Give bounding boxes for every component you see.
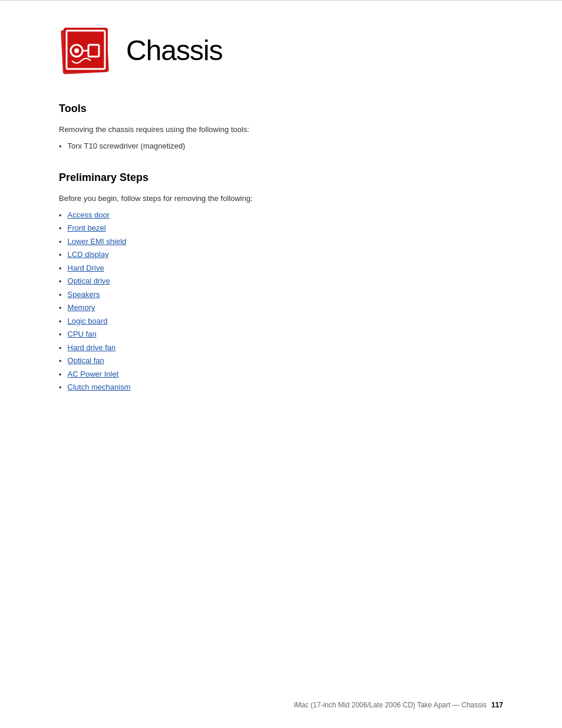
preliminary-section: Preliminary Steps Before you begin, foll… [59, 170, 503, 394]
footer-page: 117 [491, 700, 503, 710]
list-item: • Access door [59, 209, 503, 222]
link-clutch-mechanism[interactable]: Clutch mechanism [68, 381, 131, 393]
link-optical-fan[interactable]: Optical fan [68, 355, 104, 367]
chapter-title: Chassis [126, 29, 223, 72]
footer: iMac (17-inch Mid 2006/Late 2006 CD) Tak… [0, 700, 562, 710]
list-item: • AC Power Inlet [59, 368, 503, 381]
list-item: • Hard Drive [59, 262, 503, 275]
tools-section: Tools Removing the chassis requires usin… [59, 101, 503, 152]
svg-point-4 [74, 48, 79, 53]
page-container: Chassis Tools Removing the chassis requi… [0, 0, 562, 728]
link-memory[interactable]: Memory [68, 302, 95, 314]
bullet-dot: • [59, 223, 62, 235]
bullet-dot: • [59, 210, 62, 222]
link-ac-power-inlet[interactable]: AC Power Inlet [68, 368, 119, 380]
list-item: • Memory [59, 302, 503, 314]
link-logic-board[interactable]: Logic board [68, 315, 108, 327]
tools-item-text: Torx T10 screwdriver (magnetized) [68, 140, 186, 152]
header-section: Chassis [59, 24, 503, 77]
bullet-dot: • [59, 329, 62, 341]
link-hard-drive-fan[interactable]: Hard drive fan [68, 342, 116, 354]
bullet-dot: • [59, 263, 62, 275]
link-optical-drive[interactable]: Optical drive [68, 275, 110, 287]
content-area: Chassis Tools Removing the chassis requi… [0, 1, 562, 442]
tools-list: • Torx T10 screwdriver (magnetized) [59, 140, 503, 153]
bullet-dot: • [59, 316, 62, 328]
preliminary-heading: Preliminary Steps [59, 170, 503, 186]
link-lower-emi-shield[interactable]: Lower EMI shield [68, 236, 127, 248]
footer-label: iMac (17-inch Mid 2006/Late 2006 CD) Tak… [294, 700, 487, 710]
list-item: • Lower EMI shield [59, 236, 503, 248]
list-item: • Speakers [59, 289, 503, 301]
link-lcd-display[interactable]: LCD display [68, 249, 109, 261]
tools-list-item: • Torx T10 screwdriver (magnetized) [59, 140, 503, 153]
tools-heading: Tools [59, 101, 503, 117]
list-item: • Optical fan [59, 355, 503, 367]
list-item: • CPU fan [59, 328, 503, 341]
preliminary-intro: Before you begin, follow steps for remov… [59, 193, 503, 205]
link-hard-drive[interactable]: Hard Drive [68, 262, 104, 274]
bullet-dot: • [59, 355, 62, 367]
link-speakers[interactable]: Speakers [68, 289, 100, 301]
list-item: • Clutch mechanism [59, 381, 503, 394]
list-item: • Front bezel [59, 222, 503, 235]
bullet-dot: • [59, 382, 62, 394]
tools-intro: Removing the chassis requires using the … [59, 124, 503, 136]
link-access-door[interactable]: Access door [68, 209, 110, 221]
bullet-dot: • [59, 276, 62, 288]
list-item: • Optical drive [59, 275, 503, 288]
bullet-dot: • [59, 249, 62, 261]
chapter-icon [59, 24, 112, 77]
link-front-bezel[interactable]: Front bezel [68, 222, 106, 234]
bullet-dot: • [59, 141, 62, 153]
list-item: • Logic board [59, 315, 503, 328]
list-item: • Hard drive fan [59, 342, 503, 354]
list-item: • LCD display [59, 249, 503, 261]
preliminary-list: • Access door • Front bezel • Lower EMI … [59, 209, 503, 394]
bullet-dot: • [59, 342, 62, 354]
footer-text: iMac (17-inch Mid 2006/Late 2006 CD) Tak… [294, 700, 503, 710]
bullet-dot: • [59, 236, 62, 248]
bullet-dot: • [59, 369, 62, 381]
link-cpu-fan[interactable]: CPU fan [68, 328, 97, 340]
bullet-dot: • [59, 302, 62, 314]
bullet-dot: • [59, 289, 62, 301]
